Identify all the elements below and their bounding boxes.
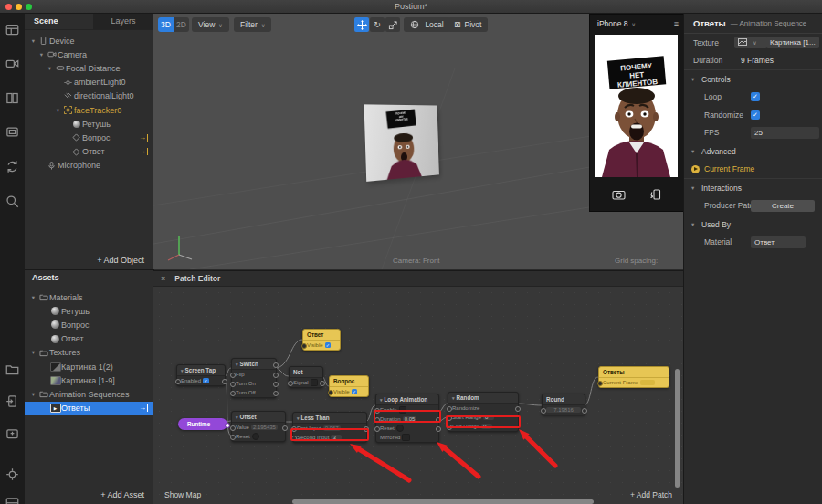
- patch-node-screen-tap[interactable]: ▾Screen Tap Enabled✓: [176, 364, 226, 386]
- asset-folder-animation-sequences[interactable]: ▾ Animation Sequences: [25, 387, 153, 401]
- sync-icon[interactable]: [5, 160, 19, 173]
- add-object-button[interactable]: + Add Object: [97, 256, 144, 265]
- simulator-screen[interactable]: ПОЧЕМУ НЕТ КЛИЕНТОВ: [595, 35, 678, 177]
- patch-node-vopros[interactable]: Вопрос Visible✓: [329, 375, 369, 397]
- patch-node-loop-animation[interactable]: ▾Loop Animation Enable Duration0.05 Rese…: [375, 394, 439, 443]
- asset-folder-textures[interactable]: ▾ Textures: [25, 346, 153, 360]
- rotate-tool-button[interactable]: ↻: [370, 17, 385, 32]
- import-icon[interactable]: [5, 426, 19, 440]
- enabled-checkbox[interactable]: ✓: [203, 378, 209, 384]
- second-input-value[interactable]: 3: [331, 435, 342, 441]
- caret-down-icon[interactable]: ▾: [29, 349, 37, 356]
- patch-node-less-than[interactable]: ▾Less Than First Input0.967 Second Input…: [292, 412, 367, 443]
- camera-view-icon[interactable]: [5, 57, 19, 70]
- texture-type-dropdown[interactable]: ∨: [734, 37, 767, 48]
- tab-layers[interactable]: Layers: [93, 14, 153, 29]
- asset-material-otvet[interactable]: Ответ: [25, 332, 153, 346]
- create-button[interactable]: Create: [751, 200, 815, 212]
- caret-down-icon[interactable]: ▾: [37, 51, 46, 58]
- rotate-device-button[interactable]: [649, 189, 662, 200]
- caret-down-icon[interactable]: ▾: [29, 37, 37, 45]
- window-title: Postium*: [0, 0, 822, 13]
- bottom-panel-icon[interactable]: [5, 495, 19, 504]
- debug-icon[interactable]: [5, 467, 19, 481]
- asset-texture-kartinka-1-2[interactable]: Картинка 1(2): [25, 360, 153, 373]
- scene-item-directionallight[interactable]: directionalLight0: [25, 89, 153, 103]
- export-icon[interactable]: [5, 394, 19, 408]
- face-plane-object[interactable]: ПОЧЕМУНЕТКЛИЕНТОВ: [364, 104, 439, 182]
- move-tool-button[interactable]: [354, 17, 369, 32]
- randomize-checkbox[interactable]: ✓: [751, 110, 760, 120]
- mode-3d-button[interactable]: 3D: [158, 17, 174, 32]
- add-patch-button[interactable]: + Add Patch: [630, 490, 672, 499]
- show-map-button[interactable]: Show Map: [164, 490, 201, 499]
- asset-folder-materials[interactable]: ▾ Materials: [25, 290, 153, 304]
- mode-2d-button[interactable]: 2D: [174, 17, 189, 32]
- scene-item-device[interactable]: ▾ Device: [25, 34, 153, 47]
- patch-node-not[interactable]: Not Signal: [289, 366, 323, 388]
- caret-down-icon[interactable]: ▾: [29, 294, 37, 301]
- patch-node-runtime[interactable]: Runtime: [178, 418, 227, 430]
- loop-checkbox[interactable]: ✓: [751, 92, 760, 101]
- filter-dropdown[interactable]: Filter∨: [234, 17, 271, 32]
- fps-input[interactable]: 25: [751, 127, 819, 139]
- folder-icon[interactable]: [5, 362, 19, 376]
- caret-down-icon[interactable]: ▾: [54, 107, 62, 114]
- caret-down-icon[interactable]: ▾: [46, 65, 54, 72]
- scene-item-microphone[interactable]: Microphone: [25, 159, 153, 173]
- local-mode-button[interactable]: Local: [404, 17, 450, 32]
- visible-checkbox[interactable]: ✓: [352, 389, 358, 395]
- scene-item-otvet[interactable]: Ответ →: [25, 145, 153, 159]
- scene-item-camera[interactable]: ▾ Camera: [25, 47, 153, 61]
- duration-value[interactable]: 0.05: [403, 416, 417, 423]
- section-controls[interactable]: ▾ Controls: [684, 69, 822, 89]
- tab-scene[interactable]: Scene: [34, 14, 58, 29]
- patch-node-offset[interactable]: ▾Offset Value2.195435 Reset: [231, 411, 286, 442]
- frame-icon[interactable]: [5, 125, 19, 139]
- section-used-by[interactable]: ▾ Used By: [684, 215, 822, 234]
- horizontal-scrollbar[interactable]: [292, 499, 594, 504]
- section-advanced[interactable]: ▾ Advanced: [684, 142, 822, 161]
- inspector-subtitle: — Animation Sequence: [731, 19, 807, 27]
- asset-material-retouch[interactable]: Ретушь: [25, 304, 153, 318]
- layout-icon[interactable]: [5, 23, 19, 37]
- view-dropdown[interactable]: View∨: [192, 17, 229, 32]
- asset-texture-kartinka-1-9[interactable]: Картинка [1-9]: [25, 373, 153, 387]
- patch-output-arrow-icon: →: [139, 148, 148, 155]
- material-sphere-icon: [49, 307, 61, 315]
- caret-down-icon[interactable]: ▾: [29, 391, 37, 398]
- vertical-scrollbar[interactable]: [675, 369, 680, 488]
- add-asset-button[interactable]: + Add Asset: [100, 490, 144, 499]
- device-dropdown[interactable]: iPhone 8: [597, 19, 628, 28]
- asset-sequence-otvety[interactable]: ▶ Ответы →: [25, 402, 153, 415]
- chevron-down-icon: ∨: [632, 21, 636, 27]
- texture-value-dropdown[interactable]: Картинка [1...: [766, 37, 819, 48]
- search-icon[interactable]: [5, 194, 19, 208]
- patch-canvas[interactable]: Ответ Visible✓ ▾Screen Tap Enabled✓ ▾Swi…: [153, 287, 683, 504]
- scale-tool-button[interactable]: [385, 17, 400, 32]
- patch-node-round[interactable]: Round 7.19816: [542, 394, 585, 415]
- titlebar: Postium*: [0, 0, 822, 14]
- scene-item-ambientlight[interactable]: ambientLight0: [25, 76, 153, 89]
- patch-node-otvety[interactable]: Ответы Current Frame: [598, 366, 669, 388]
- scene-item-facetracker[interactable]: ▾ faceTracker0: [25, 103, 153, 117]
- pivot-button[interactable]: ⊠Pivot: [448, 17, 488, 32]
- patch-node-switch[interactable]: ▾Switch Flip Turn On Turn Off: [231, 358, 277, 398]
- simulator-menu-icon[interactable]: ≡: [674, 19, 679, 28]
- panels-icon[interactable]: [5, 91, 19, 105]
- directional-light-icon: [62, 92, 74, 100]
- material-sphere-icon: [49, 320, 61, 329]
- end-range-value[interactable]: 9: [481, 424, 492, 430]
- camera-flip-button[interactable]: [612, 189, 626, 200]
- scene-item-focal-distance[interactable]: ▾ Focal Distance: [25, 61, 153, 75]
- patch-output-arrow-icon: →: [139, 404, 148, 412]
- visible-checkbox[interactable]: ✓: [325, 342, 332, 349]
- section-interactions[interactable]: ▾ Interactions: [684, 178, 822, 197]
- patch-node-otvet[interactable]: Ответ Visible✓: [302, 329, 341, 351]
- scene-item-retouch[interactable]: Ретушь: [25, 117, 153, 131]
- scene-item-vopros[interactable]: Вопрос →: [25, 131, 153, 144]
- material-value[interactable]: Ответ: [751, 236, 806, 248]
- close-icon[interactable]: ×: [161, 274, 165, 283]
- asset-material-vopros[interactable]: Вопрос: [25, 318, 153, 331]
- patch-node-random[interactable]: ▾Random Randomize Start Range0 End Range…: [448, 392, 519, 432]
